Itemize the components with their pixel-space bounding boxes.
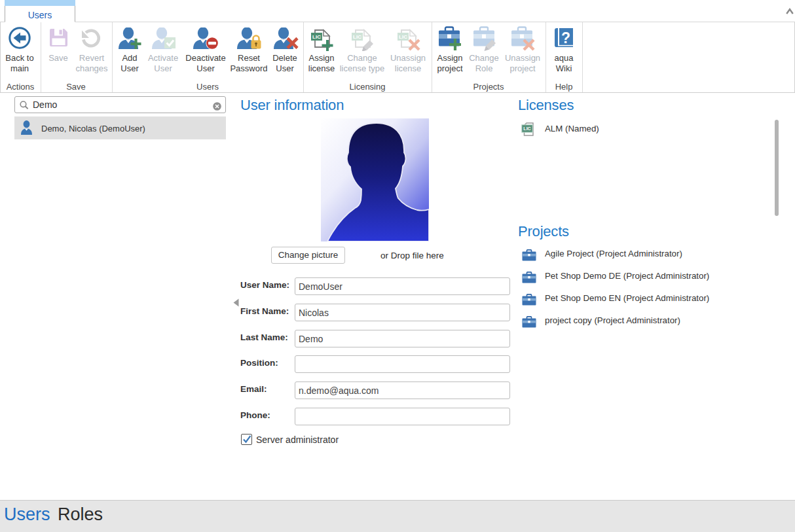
svg-text:LIC: LIC <box>353 34 361 40</box>
svg-text:LIC: LIC <box>399 34 407 40</box>
svg-text:LIC: LIC <box>312 34 321 40</box>
svg-text:LIC: LIC <box>523 126 530 131</box>
svg-text:?: ? <box>561 29 570 46</box>
